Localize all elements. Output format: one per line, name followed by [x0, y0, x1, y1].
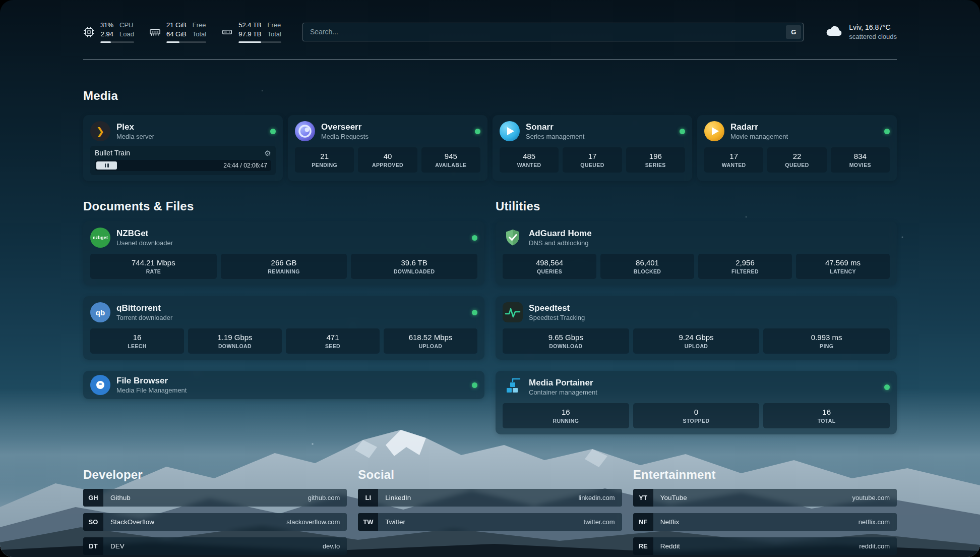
app-name: Speedtest — [529, 303, 585, 314]
stat-upload: 618.52 Mbps UPLOAD — [384, 328, 477, 354]
bookmark-group-social: Social LI LinkedIn linkedin.com TW Twitt… — [358, 468, 622, 531]
bookmark-linkedin[interactable]: LI LinkedIn linkedin.com — [358, 489, 622, 507]
reddit-badge-icon: RE — [633, 537, 653, 555]
media-section-title: Media — [83, 89, 897, 103]
stat-label: FILTERED — [700, 268, 790, 274]
stat-value: 39.6 TB — [353, 258, 475, 267]
youtube-badge-icon: YT — [633, 489, 653, 507]
app-name: File Browser — [116, 375, 187, 386]
stat-value: 266 GB — [223, 258, 345, 267]
cpu-load-label: Load — [119, 30, 134, 39]
bookmark-name: Netflix — [653, 518, 680, 526]
playback-progress-bar[interactable]: 24:44 / 02:06:47 — [95, 160, 271, 171]
section-documents-files: Documents & Files nzbget NZBGet Usenet d… — [83, 199, 484, 399]
app-description: Torrent downloader — [116, 314, 172, 322]
stat-blocked: 86,401 BLOCKED — [600, 254, 694, 279]
bookmark-group-developer: Developer GH Github github.com SO StackO… — [83, 468, 347, 555]
bookmark-url: github.com — [308, 494, 347, 502]
search-bar: G — [302, 23, 804, 41]
stat-value: 17 — [565, 152, 620, 160]
bookmark-name: DEV — [103, 542, 125, 550]
stat-wanted: 485 WANTED — [500, 147, 559, 173]
overseerr-icon — [295, 121, 315, 141]
stat-value: 21 — [297, 152, 352, 160]
ram-free-label: Free — [193, 21, 206, 30]
stat-value: 485 — [502, 152, 557, 160]
stat-value: 196 — [628, 152, 683, 160]
plex-now-playing: Bullet Train ⚙ 24:44 / 02:06:47 — [90, 146, 276, 175]
stat-label: LEECH — [92, 343, 182, 349]
utilities-section-title: Utilities — [496, 199, 897, 213]
bookmark-twitter[interactable]: TW Twitter twitter.com — [358, 513, 622, 531]
playback-time: 24:44 / 02:06:47 — [223, 162, 267, 169]
stat-available: 945 AVAILABLE — [421, 147, 480, 173]
app-card-sonarr[interactable]: Sonarr Series management 485 WANTED 17 Q… — [493, 115, 692, 181]
stat-label: QUEUED — [565, 162, 620, 168]
app-card-speedtest[interactable]: Speedtest Speedtest Tracking 9.65 Gbps D… — [496, 296, 897, 360]
stat-value: 22 — [769, 152, 824, 160]
app-card-portainer[interactable]: Media Portainer Container management 16 … — [496, 371, 897, 434]
status-online-dot — [475, 129, 480, 134]
app-card-filebrowser[interactable]: File Browser Media File Management — [83, 371, 484, 399]
app-card-qbittorrent[interactable]: qb qBittorrent Torrent downloader 16 LEE… — [83, 296, 484, 360]
ram-icon — [149, 26, 161, 38]
dashboard-root: 31% 2.94 CPU Load — [0, 0, 980, 557]
disk-free-label: Free — [267, 21, 281, 30]
media-card-grid: ❯ Plex Media server Bullet Train ⚙ — [83, 115, 897, 181]
stat-value: 9.24 Gbps — [635, 333, 758, 342]
bookmark-netflix[interactable]: NF Netflix netflix.com — [633, 513, 897, 531]
bookmark-url: stackoverflow.com — [286, 518, 347, 526]
developer-section-title: Developer — [83, 468, 347, 482]
bookmark-stackoverflow[interactable]: SO StackOverflow stackoverflow.com — [83, 513, 347, 531]
stat-queued: 17 QUEUED — [563, 147, 622, 173]
settings-gear-icon[interactable]: ⚙ — [265, 149, 271, 157]
stat-label: MOVIES — [833, 162, 888, 168]
stat-total: 16 TOTAL — [763, 403, 890, 428]
bookmark-name: Reddit — [653, 542, 680, 550]
search-input[interactable] — [302, 23, 804, 41]
bookmark-dev-to[interactable]: DT DEV dev.to — [83, 537, 347, 555]
app-card-nzbget[interactable]: nzbget NZBGet Usenet downloader 744.21 M… — [83, 221, 484, 285]
disk-free-value: 52.4 TB — [238, 21, 261, 30]
app-card-adguard[interactable]: AdGuard Home DNS and adblocking 498,564 … — [496, 221, 897, 285]
stat-value: 0 — [635, 408, 758, 416]
bookmark-github[interactable]: GH Github github.com — [83, 489, 347, 507]
stat-label: PENDING — [297, 162, 352, 168]
bookmark-url: reddit.com — [859, 542, 897, 550]
app-card-plex[interactable]: ❯ Plex Media server Bullet Train ⚙ — [83, 115, 283, 181]
stat-label: SEED — [288, 343, 378, 349]
stat-remaining: 266 GB REMAINING — [221, 254, 347, 279]
stat-queued: 22 QUEUED — [767, 147, 826, 173]
header-divider — [83, 59, 897, 60]
stat-value: 945 — [423, 152, 478, 160]
plex-icon: ❯ — [90, 121, 110, 141]
weather-condition: scattered clouds — [849, 32, 897, 41]
app-card-overseerr[interactable]: Overseerr Media Requests 21 PENDING 40 A… — [288, 115, 487, 181]
ram-total-label: Total — [193, 30, 206, 39]
stat-label: UPLOAD — [386, 343, 475, 349]
status-online-dot — [680, 129, 685, 134]
stat-label: PING — [765, 343, 888, 349]
now-playing-title: Bullet Train — [95, 149, 130, 157]
stat-label: STOPPED — [635, 418, 758, 424]
status-online-dot — [472, 235, 477, 241]
bookmark-name: LinkedIn — [378, 494, 411, 502]
app-description: Speedtest Tracking — [529, 314, 585, 322]
stat-value: 0.993 ms — [765, 333, 888, 342]
stat-value: 40 — [360, 152, 415, 160]
app-description: Media File Management — [116, 386, 187, 395]
stat-value: 16 — [92, 333, 182, 342]
bookmark-reddit[interactable]: RE Reddit reddit.com — [633, 537, 897, 555]
search-engine-button[interactable]: G — [786, 25, 801, 39]
bookmark-youtube[interactable]: YT YouTube youtube.com — [633, 489, 897, 507]
portainer-icon — [503, 377, 523, 397]
app-card-radarr[interactable]: Radarr Movie management 17 WANTED 22 QUE… — [697, 115, 897, 181]
disk-progress-bar — [238, 41, 281, 43]
stat-pending: 21 PENDING — [295, 147, 354, 173]
stat-approved: 40 APPROVED — [358, 147, 417, 173]
twitter-badge-icon: TW — [358, 513, 378, 531]
stat-label: SERIES — [628, 162, 683, 168]
stat-rate: 744.21 Mbps RATE — [90, 254, 217, 279]
weather-widget: Lviv, 16.87°C scattered clouds — [825, 23, 897, 41]
stat-download: 1.19 Gbps DOWNLOAD — [188, 328, 282, 354]
